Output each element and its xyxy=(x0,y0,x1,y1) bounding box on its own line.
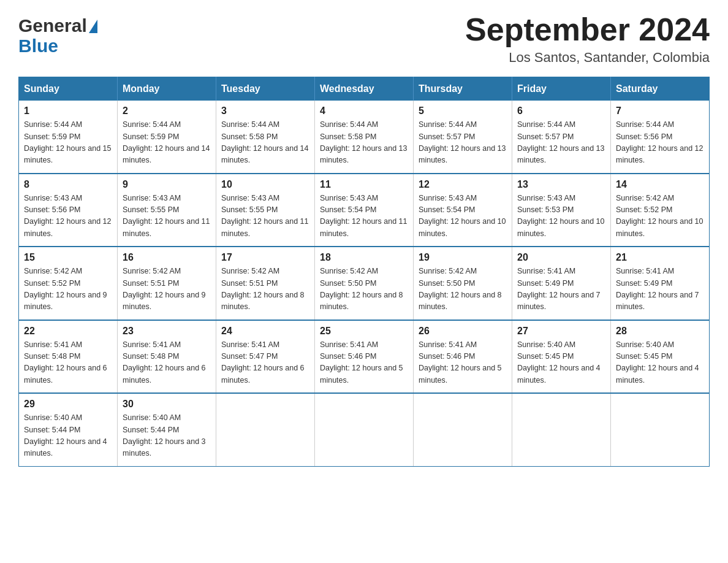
calendar-cell: 13Sunrise: 5:43 AMSunset: 5:53 PMDayligh… xyxy=(512,174,611,247)
day-info: Sunrise: 5:42 AMSunset: 5:52 PMDaylight:… xyxy=(24,266,112,313)
day-info: Sunrise: 5:41 AMSunset: 5:48 PMDaylight:… xyxy=(123,339,211,387)
day-number: 27 xyxy=(517,326,605,337)
logo: General Blue xyxy=(18,15,97,56)
calendar-cell: 8Sunrise: 5:43 AMSunset: 5:56 PMDaylight… xyxy=(19,174,118,247)
calendar-cell: 26Sunrise: 5:41 AMSunset: 5:46 PMDayligh… xyxy=(414,320,512,394)
day-info: Sunrise: 5:41 AMSunset: 5:47 PMDaylight:… xyxy=(221,339,309,387)
day-number: 20 xyxy=(517,252,605,263)
calendar-cell: 30Sunrise: 5:40 AMSunset: 5:44 PMDayligh… xyxy=(118,393,216,466)
calendar-cell: 29Sunrise: 5:40 AMSunset: 5:44 PMDayligh… xyxy=(19,393,118,466)
day-info: Sunrise: 5:40 AMSunset: 5:45 PMDaylight:… xyxy=(616,339,704,387)
day-number: 6 xyxy=(517,105,605,117)
day-number: 25 xyxy=(320,326,408,337)
calendar-cell: 2Sunrise: 5:44 AMSunset: 5:59 PMDaylight… xyxy=(118,101,216,174)
calendar-cell: 19Sunrise: 5:42 AMSunset: 5:50 PMDayligh… xyxy=(414,247,512,320)
calendar-cell: 27Sunrise: 5:40 AMSunset: 5:45 PMDayligh… xyxy=(512,320,611,394)
day-info: Sunrise: 5:43 AMSunset: 5:54 PMDaylight:… xyxy=(419,193,507,240)
day-info: Sunrise: 5:41 AMSunset: 5:46 PMDaylight:… xyxy=(320,339,408,387)
day-number: 10 xyxy=(221,179,309,190)
day-number: 15 xyxy=(24,252,112,263)
calendar-week-2: 8Sunrise: 5:43 AMSunset: 5:56 PMDaylight… xyxy=(19,174,710,247)
day-info: Sunrise: 5:44 AMSunset: 5:57 PMDaylight:… xyxy=(517,119,605,167)
day-info: Sunrise: 5:40 AMSunset: 5:44 PMDaylight:… xyxy=(123,412,211,460)
calendar-week-4: 22Sunrise: 5:41 AMSunset: 5:48 PMDayligh… xyxy=(19,320,710,394)
day-number: 3 xyxy=(221,105,309,117)
day-number: 9 xyxy=(123,179,211,190)
calendar-cell: 3Sunrise: 5:44 AMSunset: 5:58 PMDaylight… xyxy=(216,101,315,174)
days-of-week-row: SundayMondayTuesdayWednesdayThursdayFrid… xyxy=(19,77,710,101)
calendar-cell: 9Sunrise: 5:43 AMSunset: 5:55 PMDaylight… xyxy=(118,174,216,247)
day-info: Sunrise: 5:43 AMSunset: 5:56 PMDaylight:… xyxy=(24,193,112,240)
calendar-cell: 22Sunrise: 5:41 AMSunset: 5:48 PMDayligh… xyxy=(19,320,118,394)
logo-container: General Blue xyxy=(18,15,97,56)
calendar-cell: 5Sunrise: 5:44 AMSunset: 5:57 PMDaylight… xyxy=(414,101,512,174)
day-of-week-saturday: Saturday xyxy=(611,77,710,101)
calendar-cell: 4Sunrise: 5:44 AMSunset: 5:58 PMDaylight… xyxy=(315,101,414,174)
calendar-cell: 20Sunrise: 5:41 AMSunset: 5:49 PMDayligh… xyxy=(512,247,611,320)
calendar-cell: 10Sunrise: 5:43 AMSunset: 5:55 PMDayligh… xyxy=(216,174,315,247)
day-info: Sunrise: 5:42 AMSunset: 5:51 PMDaylight:… xyxy=(123,266,211,313)
calendar-cell: 11Sunrise: 5:43 AMSunset: 5:54 PMDayligh… xyxy=(315,174,414,247)
day-info: Sunrise: 5:44 AMSunset: 5:57 PMDaylight:… xyxy=(419,119,507,167)
day-number: 18 xyxy=(320,252,408,263)
calendar-header: SundayMondayTuesdayWednesdayThursdayFrid… xyxy=(19,77,710,101)
day-info: Sunrise: 5:42 AMSunset: 5:51 PMDaylight:… xyxy=(221,266,309,313)
day-number: 19 xyxy=(419,252,507,263)
calendar-cell: 1Sunrise: 5:44 AMSunset: 5:59 PMDaylight… xyxy=(19,101,118,174)
day-of-week-monday: Monday xyxy=(118,77,216,101)
day-number: 28 xyxy=(616,326,704,337)
month-title: September 2024 xyxy=(465,12,710,47)
day-number: 12 xyxy=(419,179,507,190)
day-number: 22 xyxy=(24,326,112,337)
day-info: Sunrise: 5:44 AMSunset: 5:59 PMDaylight:… xyxy=(123,119,211,167)
logo-triangle-icon xyxy=(89,20,97,33)
calendar-cell: 25Sunrise: 5:41 AMSunset: 5:46 PMDayligh… xyxy=(315,320,414,394)
calendar-cell: 17Sunrise: 5:42 AMSunset: 5:51 PMDayligh… xyxy=(216,247,315,320)
day-info: Sunrise: 5:40 AMSunset: 5:45 PMDaylight:… xyxy=(517,339,605,387)
calendar-cell: 16Sunrise: 5:42 AMSunset: 5:51 PMDayligh… xyxy=(118,247,216,320)
day-info: Sunrise: 5:44 AMSunset: 5:58 PMDaylight:… xyxy=(320,119,408,167)
day-of-week-wednesday: Wednesday xyxy=(315,77,414,101)
title-area: September 2024 Los Santos, Santander, Co… xyxy=(465,12,710,66)
calendar-cell xyxy=(611,393,710,466)
day-number: 29 xyxy=(24,399,112,410)
day-info: Sunrise: 5:43 AMSunset: 5:54 PMDaylight:… xyxy=(320,193,408,240)
day-of-week-tuesday: Tuesday xyxy=(216,77,315,101)
calendar-cell: 18Sunrise: 5:42 AMSunset: 5:50 PMDayligh… xyxy=(315,247,414,320)
day-number: 21 xyxy=(616,252,704,263)
calendar-cell: 21Sunrise: 5:41 AMSunset: 5:49 PMDayligh… xyxy=(611,247,710,320)
calendar-week-1: 1Sunrise: 5:44 AMSunset: 5:59 PMDaylight… xyxy=(19,101,710,174)
day-number: 24 xyxy=(221,326,309,337)
day-number: 1 xyxy=(24,105,112,117)
day-of-week-sunday: Sunday xyxy=(19,77,118,101)
calendar-cell xyxy=(216,393,315,466)
day-info: Sunrise: 5:43 AMSunset: 5:55 PMDaylight:… xyxy=(123,193,211,240)
day-info: Sunrise: 5:43 AMSunset: 5:55 PMDaylight:… xyxy=(221,193,309,240)
calendar-week-5: 29Sunrise: 5:40 AMSunset: 5:44 PMDayligh… xyxy=(19,393,710,466)
calendar-table: SundayMondayTuesdayWednesdayThursdayFrid… xyxy=(18,77,710,467)
calendar-body: 1Sunrise: 5:44 AMSunset: 5:59 PMDaylight… xyxy=(19,101,710,466)
calendar-cell: 28Sunrise: 5:40 AMSunset: 5:45 PMDayligh… xyxy=(611,320,710,394)
day-number: 17 xyxy=(221,252,309,263)
day-info: Sunrise: 5:42 AMSunset: 5:52 PMDaylight:… xyxy=(616,193,704,240)
day-number: 13 xyxy=(517,179,605,190)
day-info: Sunrise: 5:43 AMSunset: 5:53 PMDaylight:… xyxy=(517,193,605,240)
calendar-cell xyxy=(315,393,414,466)
logo-general-text: General xyxy=(18,15,87,36)
calendar-cell: 23Sunrise: 5:41 AMSunset: 5:48 PMDayligh… xyxy=(118,320,216,394)
day-number: 7 xyxy=(616,105,704,117)
calendar-cell: 7Sunrise: 5:44 AMSunset: 5:56 PMDaylight… xyxy=(611,101,710,174)
day-number: 23 xyxy=(123,326,211,337)
day-number: 26 xyxy=(419,326,507,337)
day-number: 2 xyxy=(123,105,211,117)
page-header: General Blue September 2024 Los Santos, … xyxy=(18,12,710,66)
day-info: Sunrise: 5:44 AMSunset: 5:56 PMDaylight:… xyxy=(616,119,704,167)
day-number: 30 xyxy=(123,399,211,410)
day-info: Sunrise: 5:42 AMSunset: 5:50 PMDaylight:… xyxy=(419,266,507,313)
calendar-cell: 14Sunrise: 5:42 AMSunset: 5:52 PMDayligh… xyxy=(611,174,710,247)
location: Los Santos, Santander, Colombia xyxy=(465,50,710,66)
day-number: 16 xyxy=(123,252,211,263)
day-info: Sunrise: 5:42 AMSunset: 5:50 PMDaylight:… xyxy=(320,266,408,313)
day-info: Sunrise: 5:41 AMSunset: 5:49 PMDaylight:… xyxy=(616,266,704,313)
calendar-cell: 15Sunrise: 5:42 AMSunset: 5:52 PMDayligh… xyxy=(19,247,118,320)
